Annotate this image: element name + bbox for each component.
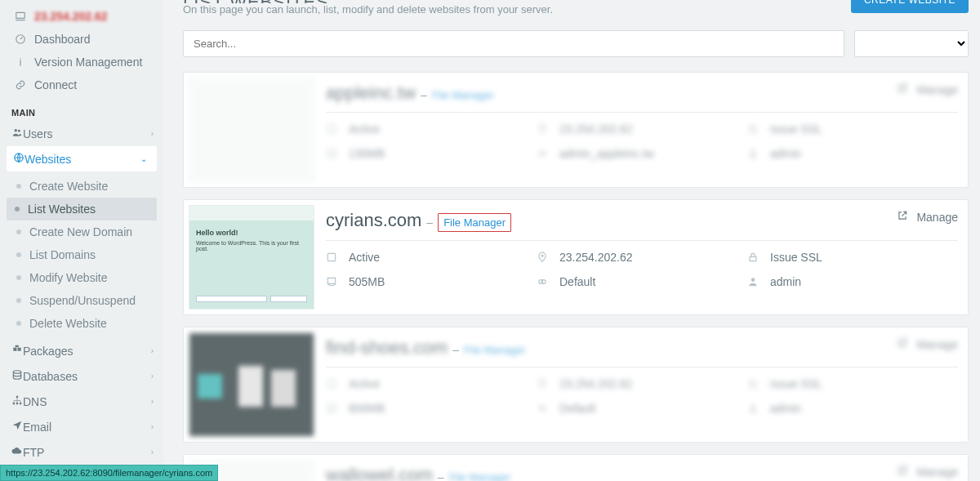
size-value: 800MB (349, 402, 385, 415)
sidebar-item-email[interactable]: Email › (0, 414, 163, 439)
domain-name[interactable]: wallowel.com (326, 465, 433, 481)
sidebar-item-ftp[interactable]: FTP › (0, 439, 163, 465)
svg-point-25 (541, 255, 543, 256)
user-value: admin (770, 402, 801, 415)
disk-icon (326, 148, 337, 159)
laptop-icon (11, 11, 29, 22)
svg-point-31 (541, 381, 543, 383)
chevron-right-icon: › (151, 422, 154, 431)
filter-select[interactable] (854, 30, 969, 57)
php-value: Default (559, 402, 595, 415)
chevron-down-icon: ⌄ (140, 154, 147, 163)
external-link-icon (897, 210, 908, 224)
svg-rect-30 (327, 380, 335, 387)
subitem-suspend[interactable]: Suspend/Unsuspend (0, 289, 163, 312)
size-value: 505MB (349, 275, 385, 288)
disk-icon (326, 403, 337, 414)
manage-link[interactable]: Manage (897, 210, 958, 224)
sidebar-item-version[interactable]: Version Management (0, 51, 163, 73)
svg-rect-24 (327, 253, 335, 261)
svg-point-23 (751, 149, 755, 154)
php-icon (537, 276, 548, 287)
website-card: Managefind-shoes.com–File ManagerActive2… (183, 327, 969, 443)
website-card: Managewallowel.com–File ManagerActive23.… (183, 454, 969, 481)
size-value: 130MB (349, 147, 385, 160)
ip-value: 23.254.202.62 (559, 377, 633, 390)
status-value: Active (349, 377, 380, 390)
svg-rect-18 (327, 125, 335, 132)
subitem-create-domain[interactable]: Create New Domain (0, 220, 163, 243)
sidebar-item-websites[interactable]: Websites ⌄ (7, 146, 157, 171)
sidebar-item-connect[interactable]: Connect (0, 73, 163, 96)
sidebar-hostname[interactable]: 23.254.202.62 (0, 5, 163, 28)
svg-rect-32 (750, 383, 756, 387)
svg-rect-14 (20, 403, 21, 404)
subitem-list-websites[interactable]: List Websites (7, 198, 157, 220)
create-website-button[interactable]: CREATE WEBSITE (851, 0, 969, 13)
user-icon (747, 148, 759, 159)
user-icon (747, 403, 759, 414)
external-link-icon (897, 337, 908, 351)
subitem-modify-website[interactable]: Modify Website (0, 266, 163, 289)
external-link-icon (897, 465, 908, 479)
main-content: LIST WEBSITES On this page you can launc… (163, 0, 980, 481)
manage-link[interactable]: Manage (897, 337, 958, 351)
ssl-link[interactable]: Issue SSL (770, 122, 822, 136)
file-manager-link[interactable]: File Manager (449, 471, 511, 481)
domain-name[interactable]: cyrians.com (326, 210, 421, 231)
svg-point-35 (751, 404, 755, 408)
globe-icon (13, 152, 24, 166)
svg-rect-2 (20, 58, 20, 59)
package-icon (11, 344, 23, 358)
sidebar-group-main: MAIN (0, 101, 163, 121)
user-value: admin (770, 147, 801, 160)
websites-submenu: Create Website List Websites Create New … (0, 171, 163, 338)
domain-name[interactable]: appleinc.tw (326, 82, 416, 104)
website-card: Manageappleinc.tw–File ManagerActive23.2… (183, 72, 969, 188)
ip-value: 23.254.202.62 (559, 251, 633, 264)
cloud-icon (11, 445, 23, 459)
svg-rect-0 (16, 12, 25, 18)
chevron-right-icon: › (151, 372, 154, 381)
pin-icon (537, 123, 548, 135)
file-manager-link[interactable]: File Manager (432, 89, 494, 101)
php-icon (537, 403, 548, 414)
svg-point-4 (15, 129, 18, 132)
sidebar-item-users[interactable]: Users › (0, 121, 163, 146)
disk-icon (326, 276, 337, 287)
search-input[interactable] (183, 30, 844, 57)
ssl-link[interactable]: Issue SSL (770, 377, 822, 390)
sidebar: 23.254.202.62 Dashboard Version Manageme… (0, 0, 163, 481)
sidebar-item-databases[interactable]: Databases › (0, 363, 163, 389)
subitem-delete-website[interactable]: Delete Website (0, 312, 163, 335)
status-bar-url: https://23.254.202.62:8090/filemanager/c… (0, 465, 218, 481)
domain-name[interactable]: find-shoes.com (326, 337, 448, 359)
pin-icon (537, 378, 548, 390)
ssl-link[interactable]: Issue SSL (770, 251, 822, 264)
pin-icon (537, 252, 548, 263)
status-icon (326, 252, 337, 263)
manage-link[interactable]: Manage (897, 82, 958, 96)
php-icon (537, 148, 548, 159)
manage-link[interactable]: Manage (897, 465, 958, 479)
file-manager-link[interactable]: File Manager (438, 213, 511, 232)
page-header: LIST WEBSITES On this page you can launc… (183, 0, 969, 24)
sidebar-item-dns[interactable]: DNS › (0, 389, 163, 414)
status-value: Active (349, 251, 380, 264)
file-manager-link[interactable]: File Manager (464, 344, 526, 356)
paper-plane-icon (11, 420, 23, 434)
info-icon (11, 56, 29, 68)
chevron-right-icon: › (151, 346, 154, 355)
subitem-create-website[interactable]: Create Website (0, 175, 163, 198)
svg-rect-8 (18, 348, 21, 351)
sidebar-item-packages[interactable]: Packages › (0, 338, 163, 363)
svg-rect-26 (750, 256, 756, 261)
subitem-list-domains[interactable]: List Domains (0, 243, 163, 266)
lock-icon (747, 123, 759, 135)
svg-point-10 (13, 371, 20, 374)
chevron-right-icon: › (151, 397, 154, 406)
hostname-label: 23.254.202.62 (34, 10, 108, 23)
sidebar-item-dashboard[interactable]: Dashboard (0, 28, 163, 51)
website-cards: Manageappleinc.tw–File ManagerActive23.2… (183, 72, 969, 481)
external-link-icon (897, 82, 908, 96)
